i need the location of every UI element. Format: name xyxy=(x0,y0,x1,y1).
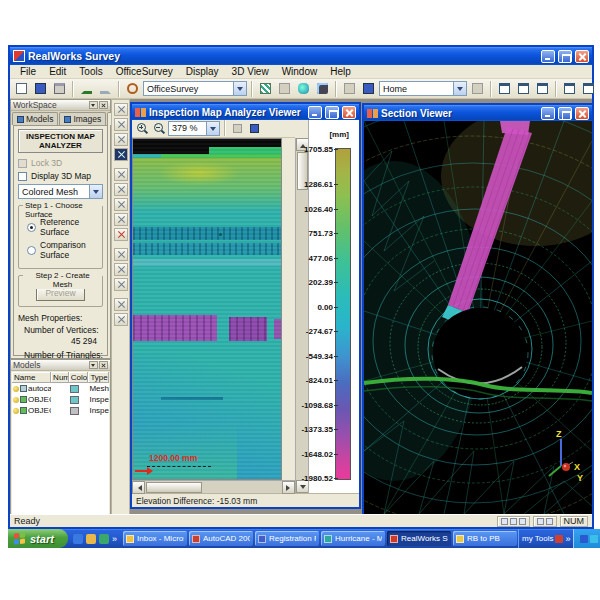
view-mode-icon[interactable] xyxy=(501,518,508,525)
mesh-type-combobox[interactable]: Colored Mesh xyxy=(18,184,103,199)
rotate-view-tool-icon[interactable] xyxy=(114,183,128,196)
camera-view-icon[interactable] xyxy=(469,81,486,97)
rotate-cw-tool-icon[interactable] xyxy=(114,263,128,276)
taskbar-task-hurricane[interactable]: Hurricane - Micro... xyxy=(321,531,385,546)
snap-mode-icon[interactable] xyxy=(537,518,544,525)
lock-3d-checkbox-row[interactable]: Lock 3D xyxy=(18,158,103,168)
map-close-button[interactable] xyxy=(342,106,356,119)
tab-models[interactable]: Models xyxy=(12,112,58,125)
taskbar-task-registration[interactable]: Registration Rep... xyxy=(255,531,319,546)
scroll-left-icon[interactable] xyxy=(132,481,145,494)
map-minimize-button[interactable] xyxy=(308,106,322,119)
tray-network-icon[interactable] xyxy=(580,535,588,543)
my-tools-overflow-icon[interactable]: » xyxy=(565,534,570,544)
display-3d-map-checkbox[interactable] xyxy=(18,172,27,181)
map-vertical-scrollbar[interactable] xyxy=(295,138,308,493)
maximize-button[interactable] xyxy=(558,50,572,63)
color-swatch[interactable] xyxy=(70,385,79,393)
table-row[interactable]: OBJECT... Inspectio xyxy=(12,394,109,405)
scroll-right-icon[interactable] xyxy=(282,481,295,494)
print-icon[interactable] xyxy=(51,81,68,97)
show-desktop-icon[interactable] xyxy=(86,534,96,544)
zoom-extents-icon[interactable] xyxy=(341,81,358,97)
menu-3dview[interactable]: 3D View xyxy=(226,65,275,78)
undo-icon[interactable] xyxy=(78,81,95,97)
color-swatch[interactable] xyxy=(70,396,79,404)
survey-mode-combobox[interactable]: OfficeSurvey xyxy=(143,81,247,96)
models-close-icon[interactable] xyxy=(99,361,108,369)
cut-plane-tool-icon[interactable] xyxy=(114,103,128,116)
zoom-tool-icon[interactable] xyxy=(114,213,128,226)
projection-tool-icon[interactable] xyxy=(114,298,128,311)
media-player-icon[interactable] xyxy=(99,534,109,544)
view-mode-icon[interactable] xyxy=(510,518,517,525)
inspection-tool-icon[interactable] xyxy=(114,148,128,161)
measure-tool-icon[interactable] xyxy=(314,81,331,97)
new-window-icon[interactable] xyxy=(496,81,513,97)
menu-help[interactable]: Help xyxy=(324,65,357,78)
hscroll-thumb[interactable] xyxy=(146,482,202,493)
pick-point-tool-icon[interactable] xyxy=(114,248,128,261)
examine-tool-icon[interactable] xyxy=(114,168,128,181)
snap-mode-icon[interactable] xyxy=(546,518,553,525)
col-color[interactable]: Color xyxy=(69,372,89,382)
measure-distance-tool-icon[interactable] xyxy=(114,228,128,241)
annotation-tool-icon[interactable] xyxy=(247,121,262,135)
col-type[interactable]: Type xyxy=(88,372,109,382)
visibility-bulb-icon[interactable] xyxy=(13,386,19,392)
pan-tool-icon[interactable] xyxy=(114,198,128,211)
render-mode-icon[interactable] xyxy=(360,81,377,97)
my-tools-toolbar[interactable]: my Tools » xyxy=(518,529,573,548)
tile-horizontal-icon[interactable] xyxy=(561,81,578,97)
comparison-surface-radio[interactable] xyxy=(27,246,36,255)
workspace-panel-caption[interactable]: WorkSpace xyxy=(11,100,110,111)
view-combo-dropdown-icon[interactable] xyxy=(453,82,466,95)
taskbar-task-realworks[interactable]: RealWorks Survey xyxy=(387,531,451,546)
open-file-icon[interactable] xyxy=(13,81,30,97)
section-close-button[interactable] xyxy=(575,107,589,120)
taskbar-task-inbox[interactable]: Inbox - Microsof... xyxy=(123,531,187,546)
menu-file[interactable]: File xyxy=(14,65,42,78)
menu-window[interactable]: Window xyxy=(276,65,324,78)
menu-display[interactable]: Display xyxy=(180,65,225,78)
minimize-button[interactable] xyxy=(541,50,555,63)
section-tool-icon[interactable] xyxy=(114,313,128,326)
visibility-bulb-icon[interactable] xyxy=(13,408,19,414)
quicklaunch-overflow-icon[interactable]: » xyxy=(112,534,117,544)
main-titlebar[interactable]: RealWorks Survey xyxy=(10,47,592,65)
taskbar-task-autocad[interactable]: AutoCAD 2002 xyxy=(189,531,253,546)
reference-surface-radio[interactable] xyxy=(27,223,36,232)
comparison-surface-radio-row[interactable]: Comparison Surface xyxy=(27,240,98,260)
models-panel-caption[interactable]: Models xyxy=(11,360,110,371)
col-num[interactable]: Num... xyxy=(51,372,69,382)
map-viewer-titlebar[interactable]: Inspection Map Analyzer Viewer xyxy=(132,104,359,120)
map-maximize-button[interactable] xyxy=(325,106,339,119)
close-button[interactable] xyxy=(575,50,589,63)
mesh-type-dropdown-icon[interactable] xyxy=(89,185,102,198)
map-horizontal-scrollbar[interactable] xyxy=(132,480,295,493)
visibility-bulb-icon[interactable] xyxy=(13,397,19,403)
taskbar-task-rbtopb[interactable]: RB to PB xyxy=(453,531,517,546)
table-row[interactable]: OBJECT... Inspectio xyxy=(12,405,109,416)
segmentation-tool-icon[interactable] xyxy=(114,133,128,146)
tile-windows-icon[interactable] xyxy=(534,81,551,97)
redo-icon[interactable] xyxy=(97,81,114,97)
zoom-out-icon[interactable] xyxy=(151,121,166,135)
rotate-ccw-tool-icon[interactable] xyxy=(114,278,128,291)
panel-pin-icon[interactable] xyxy=(89,101,98,109)
zoom-dropdown-icon[interactable] xyxy=(206,122,219,135)
cascade-windows-icon[interactable] xyxy=(515,81,532,97)
zoom-in-icon[interactable] xyxy=(134,121,149,135)
view-mode-icon[interactable] xyxy=(519,518,526,525)
section-minimize-button[interactable] xyxy=(541,107,555,120)
menu-officesurvey[interactable]: OfficeSurvey xyxy=(110,65,179,78)
display-3d-map-checkbox-row[interactable]: Display 3D Map xyxy=(18,171,103,181)
sampling-tool-icon[interactable] xyxy=(257,81,274,97)
color-swatch[interactable] xyxy=(70,407,79,415)
section-3d-canvas[interactable]: Z X Y xyxy=(364,121,592,514)
tray-volume-icon[interactable] xyxy=(590,535,598,543)
limit-box-tool-icon[interactable] xyxy=(114,118,128,131)
internet-explorer-icon[interactable] xyxy=(73,534,83,544)
segment-tool-icon[interactable] xyxy=(276,81,293,97)
inspection-map-canvas[interactable]: 1200.00 mm xyxy=(132,138,282,480)
